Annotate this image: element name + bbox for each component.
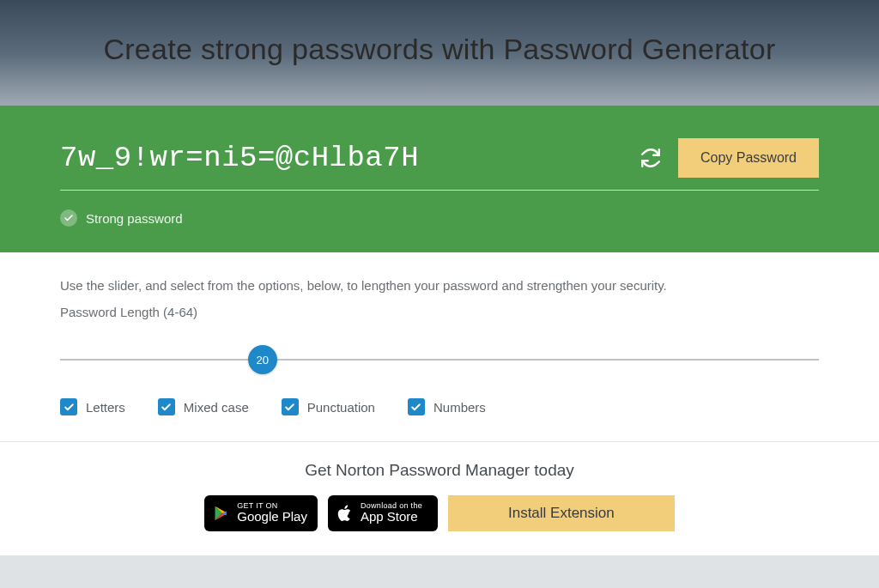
google-play-icon xyxy=(213,504,230,523)
refresh-icon[interactable] xyxy=(639,146,663,170)
footer-panel: Get Norton Password Manager today GET IT… xyxy=(0,442,879,555)
checkbox-numbers[interactable] xyxy=(408,398,425,415)
option-label: Mixed case xyxy=(184,400,249,415)
store-buttons-row: GET IT ON Google Play Download on the Ap… xyxy=(60,495,819,531)
google-play-badge[interactable]: GET IT ON Google Play xyxy=(204,495,318,531)
option-label: Letters xyxy=(86,400,125,415)
apple-icon xyxy=(336,504,354,523)
password-panel: 7w_9!wr=ni5=@cHlba7H Copy Password Stron… xyxy=(0,106,879,252)
checkbox-mixed_case[interactable] xyxy=(158,398,175,415)
option-label: Numbers xyxy=(433,400,486,415)
option-numbers[interactable]: Numbers xyxy=(408,398,486,415)
option-letters[interactable]: Letters xyxy=(60,398,125,415)
option-mixed_case[interactable]: Mixed case xyxy=(158,398,249,415)
google-play-bottom: Google Play xyxy=(237,510,307,524)
divider xyxy=(60,190,819,191)
slider-thumb[interactable]: 20 xyxy=(248,345,277,374)
option-label: Punctuation xyxy=(307,400,375,415)
checkbox-punctuation[interactable] xyxy=(282,398,299,415)
install-extension-button[interactable]: Install Extension xyxy=(448,495,675,531)
copy-password-button[interactable]: Copy Password xyxy=(678,138,819,178)
page-title: Create strong passwords with Password Ge… xyxy=(0,0,879,106)
strength-indicator: Strong password xyxy=(60,209,819,227)
password-row: 7w_9!wr=ni5=@cHlba7H Copy Password xyxy=(60,138,819,178)
option-punctuation[interactable]: Punctuation xyxy=(282,398,375,415)
options-panel: Use the slider, and select from the opti… xyxy=(0,252,879,441)
options-row: LettersMixed casePunctuationNumbers xyxy=(60,398,819,415)
instructions-text: Use the slider, and select from the opti… xyxy=(60,278,819,293)
checkbox-letters[interactable] xyxy=(60,398,77,415)
footer-title: Get Norton Password Manager today xyxy=(60,461,819,480)
length-label: Password Length (4-64) xyxy=(60,305,819,319)
check-circle-icon xyxy=(60,209,77,227)
app-store-badge[interactable]: Download on the App Store xyxy=(328,495,438,531)
password-output: 7w_9!wr=ni5=@cHlba7H xyxy=(60,142,623,174)
length-slider[interactable]: 20 xyxy=(60,359,819,361)
app-store-bottom: App Store xyxy=(361,510,422,524)
strength-label: Strong password xyxy=(86,211,183,226)
